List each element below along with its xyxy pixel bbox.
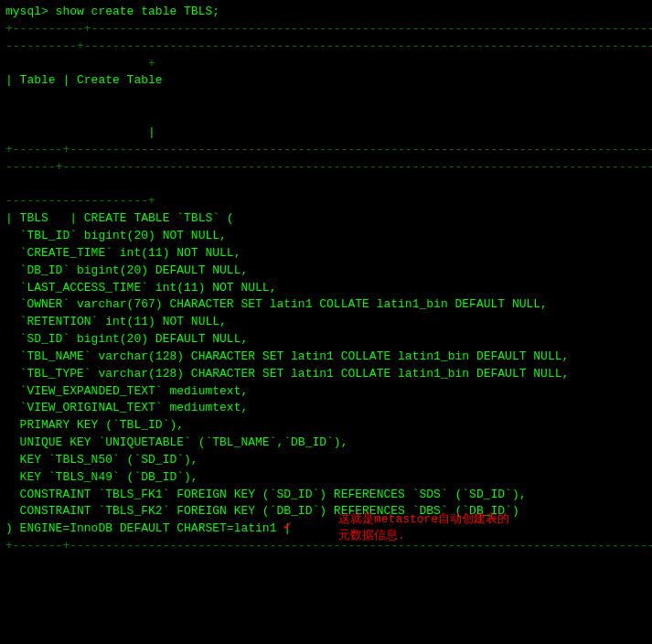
content-line-14: KEY `TBLS_N50` (`SD_ID`), bbox=[5, 452, 647, 469]
annotation-arrow: ↙ bbox=[283, 515, 293, 533]
content-line-6: `RETENTION` int(11) NOT NULL, bbox=[5, 314, 647, 331]
content-line-15: KEY `TBLS_N49` (`DB_ID`), bbox=[5, 469, 647, 487]
content-line-11: `VIEW_ORIGINAL_TEXT` mediumtext, bbox=[5, 400, 647, 417]
content-line-2: `CREATE_TIME` int(11) NOT NULL, bbox=[5, 245, 647, 263]
content-line-4: `LAST_ACCESS_TIME` int(11) NOT NULL, bbox=[5, 280, 647, 297]
annotation-text: 这就是metastore自动创建表的 元数据信息. bbox=[338, 510, 509, 543]
prompt-line: mysql> show create table TBLS; bbox=[5, 4, 647, 21]
cursor-line: | bbox=[5, 124, 647, 142]
separator-dashes1: ----------+-----------------------------… bbox=[5, 38, 647, 56]
blank2 bbox=[5, 107, 647, 124]
content-line-9: `TBL_TYPE` varchar(128) CHARACTER SET la… bbox=[5, 366, 647, 383]
content-line-7: `SD_ID` bigint(20) DEFAULT NULL, bbox=[5, 331, 647, 349]
separator-top: +----------+----------------------------… bbox=[5, 21, 647, 38]
content-line-16: CONSTRAINT `TBLS_FK1` FOREIGN KEY (`SD_I… bbox=[5, 487, 647, 504]
content-line-12: PRIMARY KEY (`TBL_ID`), bbox=[5, 417, 647, 435]
annotation-line1: 这就是metastore自动创建表的 bbox=[338, 510, 509, 527]
content-line-10: `VIEW_EXPANDED_TEXT` mediumtext, bbox=[5, 383, 647, 401]
separator-mid2: -------+--------------------------------… bbox=[5, 159, 647, 177]
terminal-window: mysql> show create table TBLS; +--------… bbox=[0, 0, 652, 644]
separator-short1: + bbox=[5, 56, 647, 73]
content-line-17: CONSTRAINT `TBLS_FK2` FOREIGN KEY (`DB_I… bbox=[5, 503, 647, 521]
blank1 bbox=[5, 90, 647, 107]
separator-mid3 bbox=[5, 176, 647, 193]
header-row: | Table | Create Table bbox=[5, 72, 647, 90]
content-line-8: `TBL_NAME` varchar(128) CHARACTER SET la… bbox=[5, 349, 647, 366]
content-line-13: UNIQUE KEY `UNIQUETABLE` (`TBL_NAME`,`DB… bbox=[5, 435, 647, 452]
content-line-0: | TBLS | CREATE TABLE `TBLS` ( bbox=[5, 210, 647, 228]
content-line-3: `DB_ID` bigint(20) DEFAULT NULL, bbox=[5, 263, 647, 280]
content-line-18: ) ENGINE=InnoDB DEFAULT CHARSET=latin1 | bbox=[5, 521, 647, 538]
separator-inner: --------------------+ bbox=[5, 193, 647, 210]
content-line-1: `TBL_ID` bigint(20) NOT NULL, bbox=[5, 228, 647, 245]
separator-mid: +-------+-------------------------------… bbox=[5, 142, 647, 159]
annotation-line2: 元数据信息. bbox=[338, 527, 509, 543]
content-line-5: `OWNER` varchar(767) CHARACTER SET latin… bbox=[5, 296, 647, 314]
separator-bottom: +-------+-------------------------------… bbox=[5, 538, 647, 555]
